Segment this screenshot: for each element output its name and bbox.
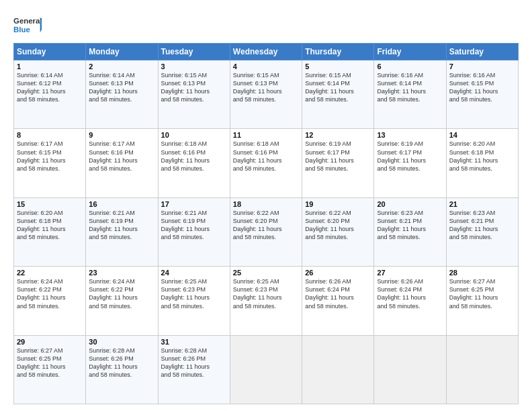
info-line: and 58 minutes.: [161, 165, 204, 172]
day-info: Sunrise: 6:16 AMSunset: 6:15 PMDaylight:…: [449, 71, 515, 104]
week-row-1: 1Sunrise: 6:14 AMSunset: 6:12 PMDaylight…: [14, 60, 519, 129]
day-number: 18: [233, 200, 299, 208]
day-info: Sunrise: 6:19 AMSunset: 6:17 PMDaylight:…: [305, 140, 371, 173]
calendar-cell: 28Sunrise: 6:27 AMSunset: 6:25 PMDayligh…: [446, 267, 518, 335]
info-line: Daylight: 11 hours: [233, 157, 282, 164]
info-line: and 58 minutes.: [305, 234, 348, 240]
info-line: Sunset: 6:20 PM: [305, 218, 350, 224]
info-line: and 58 minutes.: [305, 165, 348, 172]
calendar-cell: 6Sunrise: 6:16 AMSunset: 6:14 PMDaylight…: [374, 60, 446, 129]
info-line: and 58 minutes.: [449, 234, 492, 240]
day-number: 15: [17, 200, 83, 208]
day-info: Sunrise: 6:27 AMSunset: 6:25 PMDaylight:…: [17, 347, 83, 379]
day-info: Sunrise: 6:21 AMSunset: 6:19 PMDaylight:…: [89, 209, 154, 242]
info-line: Daylight: 11 hours: [377, 294, 426, 301]
info-line: Sunset: 6:16 PM: [161, 149, 206, 156]
info-line: and 58 minutes.: [377, 96, 420, 103]
info-line: and 58 minutes.: [89, 303, 132, 310]
calendar-cell: 13Sunrise: 6:19 AMSunset: 6:17 PMDayligh…: [374, 129, 446, 197]
svg-text:Blue: Blue: [13, 26, 30, 34]
calendar-cell: 7Sunrise: 6:16 AMSunset: 6:15 PMDaylight…: [446, 60, 518, 129]
day-info: Sunrise: 6:22 AMSunset: 6:20 PMDaylight:…: [233, 209, 299, 242]
info-line: Daylight: 11 hours: [17, 88, 66, 95]
day-number: 19: [305, 200, 371, 208]
logo-graphic: General Blue: [13, 12, 42, 38]
day-number: 17: [161, 200, 227, 208]
page: General Blue SundayMondayTuesdayWednesda…: [0, 0, 532, 411]
day-number: 26: [305, 269, 371, 277]
day-info: Sunrise: 6:14 AMSunset: 6:13 PMDaylight:…: [89, 71, 154, 104]
calendar-cell: 4Sunrise: 6:15 AMSunset: 6:13 PMDaylight…: [230, 60, 302, 129]
info-line: Sunrise: 6:23 AM: [449, 210, 496, 216]
info-line: and 58 minutes.: [449, 303, 492, 310]
info-line: and 58 minutes.: [17, 371, 60, 378]
info-line: Daylight: 11 hours: [161, 294, 210, 301]
calendar-table: SundayMondayTuesdayWednesdayThursdayFrid…: [13, 43, 519, 404]
info-line: and 58 minutes.: [17, 96, 60, 103]
info-line: Sunrise: 6:25 AM: [161, 278, 208, 285]
calendar-cell: 1Sunrise: 6:14 AMSunset: 6:12 PMDaylight…: [14, 60, 86, 129]
header: General Blue: [13, 12, 519, 38]
info-line: Daylight: 11 hours: [17, 226, 66, 232]
calendar-cell: 25Sunrise: 6:25 AMSunset: 6:23 PMDayligh…: [230, 267, 302, 335]
info-line: Sunset: 6:26 PM: [89, 355, 134, 362]
calendar-cell: 12Sunrise: 6:19 AMSunset: 6:17 PMDayligh…: [302, 129, 374, 197]
day-info: Sunrise: 6:21 AMSunset: 6:19 PMDaylight:…: [161, 209, 227, 242]
info-line: Sunrise: 6:22 AM: [305, 210, 351, 216]
day-number: 11: [233, 131, 299, 139]
calendar-cell: 8Sunrise: 6:17 AMSunset: 6:15 PMDaylight…: [14, 129, 86, 197]
info-line: Daylight: 11 hours: [161, 88, 210, 95]
header-wednesday: Wednesday: [230, 44, 302, 60]
info-line: Daylight: 11 hours: [377, 157, 426, 164]
info-line: and 58 minutes.: [17, 234, 60, 240]
info-line: Daylight: 11 hours: [449, 294, 498, 301]
info-line: and 58 minutes.: [377, 234, 420, 240]
day-info: Sunrise: 6:20 AMSunset: 6:18 PMDaylight:…: [17, 209, 83, 242]
week-row-2: 8Sunrise: 6:17 AMSunset: 6:15 PMDaylight…: [14, 129, 519, 197]
info-line: Daylight: 11 hours: [89, 363, 138, 370]
calendar-cell: 20Sunrise: 6:23 AMSunset: 6:21 PMDayligh…: [374, 197, 446, 266]
info-line: Sunset: 6:14 PM: [377, 80, 422, 87]
info-line: and 58 minutes.: [233, 303, 276, 310]
header-saturday: Saturday: [446, 44, 518, 60]
day-info: Sunrise: 6:27 AMSunset: 6:25 PMDaylight:…: [449, 277, 515, 310]
info-line: Sunset: 6:22 PM: [17, 286, 62, 293]
info-line: Sunset: 6:26 PM: [161, 355, 206, 362]
info-line: Sunrise: 6:21 AM: [89, 210, 135, 216]
day-info: Sunrise: 6:20 AMSunset: 6:18 PMDaylight:…: [449, 140, 515, 173]
info-line: Sunset: 6:18 PM: [449, 149, 494, 156]
info-line: Sunset: 6:15 PM: [449, 80, 494, 87]
calendar-cell: 31Sunrise: 6:28 AMSunset: 6:26 PMDayligh…: [158, 335, 230, 404]
day-number: 20: [377, 200, 443, 208]
day-number: 29: [17, 338, 83, 346]
info-line: and 58 minutes.: [377, 165, 420, 172]
svg-text:General: General: [13, 17, 42, 25]
info-line: Daylight: 11 hours: [161, 157, 210, 164]
calendar-cell: 23Sunrise: 6:24 AMSunset: 6:22 PMDayligh…: [86, 267, 158, 335]
calendar-cell: 26Sunrise: 6:26 AMSunset: 6:24 PMDayligh…: [302, 267, 374, 335]
day-info: Sunrise: 6:24 AMSunset: 6:22 PMDaylight:…: [89, 277, 154, 310]
info-line: Sunrise: 6:15 AM: [305, 72, 351, 79]
info-line: Sunrise: 6:26 AM: [377, 278, 423, 285]
info-line: Daylight: 11 hours: [89, 294, 138, 301]
calendar-cell: [446, 335, 518, 404]
day-info: Sunrise: 6:17 AMSunset: 6:16 PMDaylight:…: [89, 140, 154, 173]
day-number: 22: [17, 269, 83, 277]
calendar-cell: 16Sunrise: 6:21 AMSunset: 6:19 PMDayligh…: [86, 197, 158, 266]
info-line: and 58 minutes.: [449, 165, 492, 172]
header-friday: Friday: [374, 44, 446, 60]
info-line: and 58 minutes.: [161, 96, 204, 103]
calendar-cell: 27Sunrise: 6:26 AMSunset: 6:24 PMDayligh…: [374, 267, 446, 335]
info-line: Sunrise: 6:14 AM: [17, 72, 63, 79]
calendar-cell: 9Sunrise: 6:17 AMSunset: 6:16 PMDaylight…: [86, 129, 158, 197]
info-line: Daylight: 11 hours: [305, 88, 354, 95]
day-number: 23: [89, 269, 154, 277]
info-line: Daylight: 11 hours: [17, 363, 66, 370]
day-number: 13: [377, 131, 443, 139]
info-line: Sunset: 6:25 PM: [449, 286, 494, 293]
info-line: Sunset: 6:19 PM: [161, 218, 206, 224]
calendar-cell: 29Sunrise: 6:27 AMSunset: 6:25 PMDayligh…: [14, 335, 86, 404]
week-row-5: 29Sunrise: 6:27 AMSunset: 6:25 PMDayligh…: [14, 335, 519, 404]
info-line: Daylight: 11 hours: [305, 226, 354, 232]
day-info: Sunrise: 6:15 AMSunset: 6:14 PMDaylight:…: [305, 71, 371, 104]
